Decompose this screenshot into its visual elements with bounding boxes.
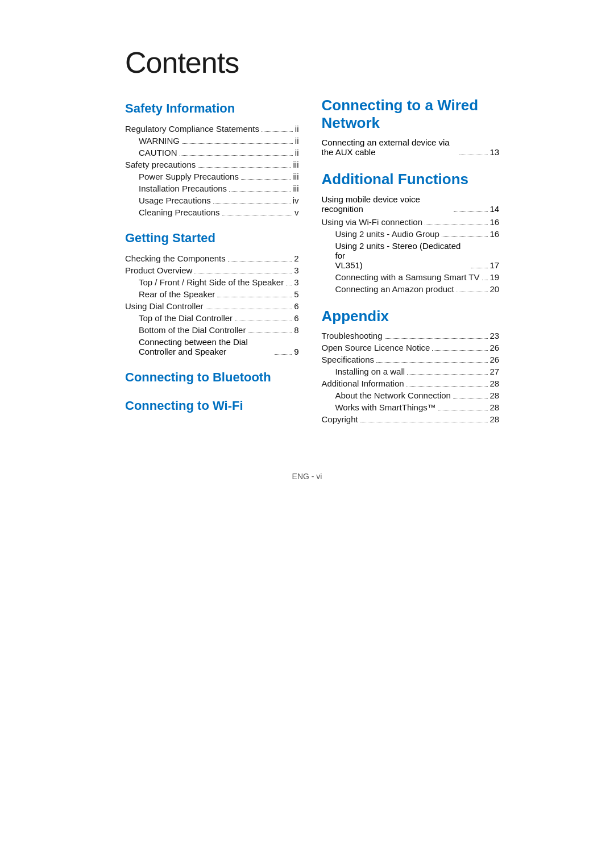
right-column: Connecting to a Wired Network Connecting… [321, 97, 499, 438]
toc-entry-aux: Connecting an external device via the AU… [321, 138, 499, 157]
toc-entry-voice: Using mobile device voice recognition 14 [321, 194, 499, 214]
section-heading-safety: Safety Information [125, 101, 298, 116]
toc-entry: Power Supply Precautions iii [125, 172, 298, 181]
toc-entry: Product Overview 3 [125, 265, 298, 275]
section-heading-wifi: Connecting to Wi-Fi [125, 398, 298, 413]
toc-entry-bottom-dial: Bottom of the Dial Controller 8 [125, 325, 298, 335]
toc-entry: Troubleshooting 23 [321, 331, 499, 340]
left-column: Safety Information Regulatory Compliance… [125, 97, 298, 438]
toc-entry: Open Source Licence Notice 26 [321, 343, 499, 352]
section-safety-information: Safety Information Regulatory Compliance… [125, 101, 298, 217]
section-getting-started: Getting Started Checking the Components … [125, 231, 298, 356]
toc-entry: Top / Front / Right Side of the Speaker … [125, 277, 298, 287]
section-heading-bluetooth: Connecting to Bluetooth [125, 370, 298, 385]
section-heading-getting-started: Getting Started [125, 231, 298, 246]
toc-entry: Top of the Dial Controller 6 [125, 313, 298, 323]
toc-entry: Rear of the Speaker 5 [125, 289, 298, 299]
toc-entry: Safety precautions iii [125, 160, 298, 169]
page-title: Contents [125, 45, 489, 80]
toc-entry: Usage Precautions iv [125, 196, 298, 205]
toc-entry: WARNING ii [125, 136, 298, 146]
toc-entry-dial-connect: Connecting between the Dial Controller a… [125, 337, 298, 356]
section-heading-appendix: Appendix [321, 308, 499, 325]
toc-entry: Checking the Components 2 [125, 254, 298, 263]
section-wired-network: Connecting to a Wired Network Connecting… [321, 97, 499, 157]
toc-entry: Works with SmartThings™ 28 [321, 402, 499, 412]
toc-entry: Installation Precautions iii [125, 184, 298, 193]
section-heading-additional: Additional Functions [321, 171, 499, 188]
toc-entry: Connecting with a Samsung Smart TV 19 [321, 272, 499, 282]
toc-entry: Using 2 units - Audio Group 16 [321, 229, 499, 239]
page-footer: ENG - vi [125, 472, 489, 481]
toc-entry: Specifications 26 [321, 355, 499, 364]
toc-entry: CAUTION ii [125, 148, 298, 157]
section-appendix: Appendix Troubleshooting 23 Open Source … [321, 308, 499, 424]
toc-entry: Copyright 28 [321, 414, 499, 424]
toc-entry: Regulatory Compliance Statements ii [125, 124, 298, 134]
section-additional-functions: Additional Functions Using mobile device… [321, 171, 499, 293]
toc-entry: Using Dial Controller 6 [125, 301, 298, 311]
toc-entry: About the Network Connection 28 [321, 391, 499, 400]
toc-entry: Cleaning Precautions v [125, 207, 298, 217]
section-bluetooth: Connecting to Bluetooth [125, 370, 298, 385]
toc-entry: Additional Information 28 [321, 379, 499, 388]
toc-entry-stereo: Using 2 units - Stereo (Dedicated for VL… [321, 241, 499, 270]
toc-entry: Connecting an Amazon product 20 [321, 284, 499, 294]
toc-entry: Using via Wi-Fi connection 16 [321, 217, 499, 227]
page: Contents Safety Information Regulatory C… [85, 11, 529, 807]
toc-entry: Installing on a wall 27 [321, 367, 499, 376]
section-wifi: Connecting to Wi-Fi [125, 398, 298, 413]
section-heading-wired: Connecting to a Wired Network [321, 97, 499, 132]
